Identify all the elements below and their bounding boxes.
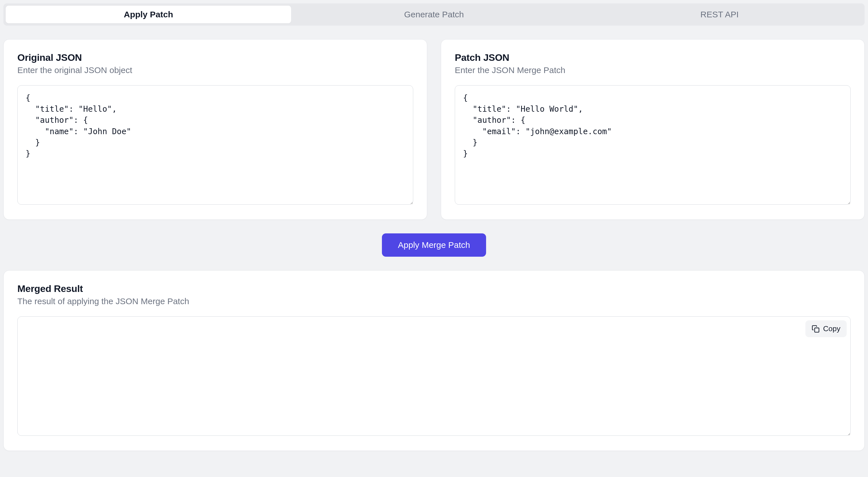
merged-result-title: Merged Result xyxy=(18,283,850,294)
tabs-container: Apply Patch Generate Patch REST API xyxy=(3,3,865,26)
original-json-panel: Original JSON Enter the original JSON ob… xyxy=(3,39,427,220)
patch-json-panel: Patch JSON Enter the JSON Merge Patch xyxy=(441,39,865,220)
original-json-subtitle: Enter the original JSON object xyxy=(18,65,413,75)
input-panels-row: Original JSON Enter the original JSON ob… xyxy=(3,39,865,220)
merged-result-output[interactable] xyxy=(18,316,850,436)
copy-button[interactable]: Copy xyxy=(805,320,847,337)
patch-json-input[interactable] xyxy=(455,85,850,205)
original-json-input[interactable] xyxy=(18,85,413,205)
merged-result-subtitle: The result of applying the JSON Merge Pa… xyxy=(18,297,850,306)
tab-generate-patch[interactable]: Generate Patch xyxy=(291,6,577,23)
tab-apply-patch[interactable]: Apply Patch xyxy=(6,6,291,23)
patch-json-subtitle: Enter the JSON Merge Patch xyxy=(455,65,850,75)
svg-rect-0 xyxy=(815,328,819,332)
merged-result-panel: Merged Result The result of applying the… xyxy=(3,270,865,451)
action-row: Apply Merge Patch xyxy=(3,233,865,257)
apply-merge-patch-button[interactable]: Apply Merge Patch xyxy=(382,233,486,257)
result-textarea-wrapper: Copy xyxy=(18,316,850,437)
original-json-title: Original JSON xyxy=(18,52,413,63)
patch-json-title: Patch JSON xyxy=(455,52,850,63)
copy-icon xyxy=(812,325,819,333)
tab-rest-api[interactable]: REST API xyxy=(577,6,862,23)
copy-button-label: Copy xyxy=(823,325,840,333)
